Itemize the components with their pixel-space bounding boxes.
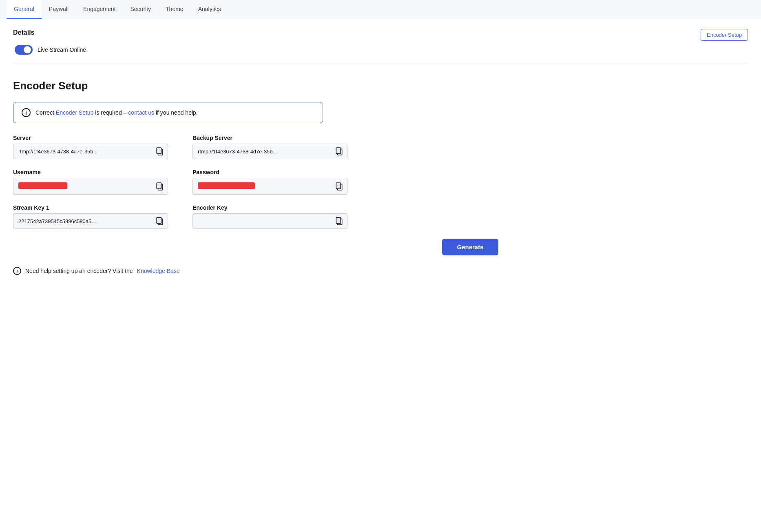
server-copy-button[interactable] <box>152 144 168 159</box>
copy-icon-6 <box>336 217 343 225</box>
encoder-key-input[interactable] <box>193 214 332 228</box>
encoder-setup-section: Encoder Setup i Correct Encoder Setup is… <box>13 80 748 275</box>
copy-icon-4 <box>336 182 343 191</box>
svg-rect-3 <box>336 148 341 153</box>
username-copy-button[interactable] <box>152 179 168 194</box>
password-input-wrapper <box>192 178 347 195</box>
tab-theme[interactable]: Theme <box>158 0 191 19</box>
backup-server-label: Backup Server <box>192 135 347 141</box>
tab-paywall[interactable]: Paywall <box>42 0 76 19</box>
copy-icon-2 <box>336 147 343 155</box>
footer-info: i Need help setting up an encoder? Visit… <box>13 267 748 275</box>
svg-rect-5 <box>157 183 161 188</box>
footer-info-icon: i <box>13 267 21 275</box>
backup-server-input-wrapper <box>192 144 347 159</box>
username-label: Username <box>13 169 168 175</box>
encoder-setup-button[interactable]: Encoder Setup <box>701 29 748 41</box>
username-field-group: Username <box>13 169 168 195</box>
copy-icon <box>156 147 164 155</box>
encoder-key-label: Encoder Key <box>192 204 347 211</box>
knowledge-base-link[interactable]: Knowledge Base <box>137 268 180 274</box>
info-text-after: if you need help. <box>154 109 198 116</box>
password-redacted <box>198 182 255 189</box>
backup-server-copy-button[interactable] <box>332 144 347 159</box>
server-field-group: Server <box>13 135 168 159</box>
backup-server-input[interactable] <box>193 144 332 159</box>
info-text-mid: is required – <box>93 109 128 116</box>
stream-key1-input[interactable] <box>13 214 152 228</box>
username-redacted <box>18 182 67 189</box>
info-text-before: Correct <box>35 109 56 116</box>
details-section-header: Details Encoder Setup <box>13 29 748 41</box>
encoder-info-box: i Correct Encoder Setup is required – co… <box>13 102 323 123</box>
stream-key1-label: Stream Key 1 <box>13 204 168 211</box>
footer-text-before: Need help setting up an encoder? Visit t… <box>25 268 133 274</box>
encoder-setup-title: Encoder Setup <box>13 80 748 92</box>
backup-server-field-group: Backup Server <box>192 135 347 159</box>
fields-grid: Server Backup Server <box>13 135 748 229</box>
password-copy-button[interactable] <box>332 179 347 194</box>
copy-icon-5 <box>156 217 164 225</box>
password-label: Password <box>192 169 347 175</box>
tab-bar: GeneralPaywallEngagementSecurityThemeAna… <box>0 0 761 19</box>
encoder-key-copy-button[interactable] <box>332 214 347 228</box>
section-divider <box>13 63 748 63</box>
svg-rect-7 <box>336 183 341 188</box>
server-input[interactable] <box>13 144 152 159</box>
stream-key1-field-group: Stream Key 1 <box>13 204 168 229</box>
tab-security[interactable]: Security <box>123 0 158 19</box>
server-label: Server <box>13 135 168 141</box>
tab-general[interactable]: General <box>7 0 42 19</box>
tab-analytics[interactable]: Analytics <box>191 0 228 19</box>
stream-key1-copy-button[interactable] <box>152 214 168 228</box>
generate-area: Generate <box>192 239 748 255</box>
live-stream-toggle-row: Live Stream Online <box>13 45 748 55</box>
svg-rect-1 <box>157 148 161 153</box>
info-icon: i <box>22 108 31 117</box>
details-heading: Details <box>13 29 34 36</box>
stream-key1-input-wrapper <box>13 213 168 229</box>
encoder-setup-link[interactable]: Encoder Setup <box>56 109 94 116</box>
encoder-key-input-wrapper <box>192 213 347 229</box>
info-text: Correct Encoder Setup is required – cont… <box>35 109 198 117</box>
copy-icon-3 <box>156 182 164 191</box>
svg-rect-9 <box>157 217 161 223</box>
generate-button[interactable]: Generate <box>442 239 498 255</box>
contact-us-link[interactable]: contact us <box>128 109 154 116</box>
live-stream-label: Live Stream Online <box>38 47 86 53</box>
server-input-wrapper <box>13 144 168 159</box>
password-field-group: Password <box>192 169 347 195</box>
live-stream-toggle[interactable] <box>15 45 33 55</box>
svg-rect-11 <box>336 217 341 223</box>
tab-engagement[interactable]: Engagement <box>76 0 123 19</box>
toggle-thumb <box>24 46 31 53</box>
main-content: Details Encoder Setup Live Stream Online… <box>0 19 761 285</box>
username-input-wrapper <box>13 178 168 195</box>
encoder-key-field-group: Encoder Key <box>192 204 347 229</box>
